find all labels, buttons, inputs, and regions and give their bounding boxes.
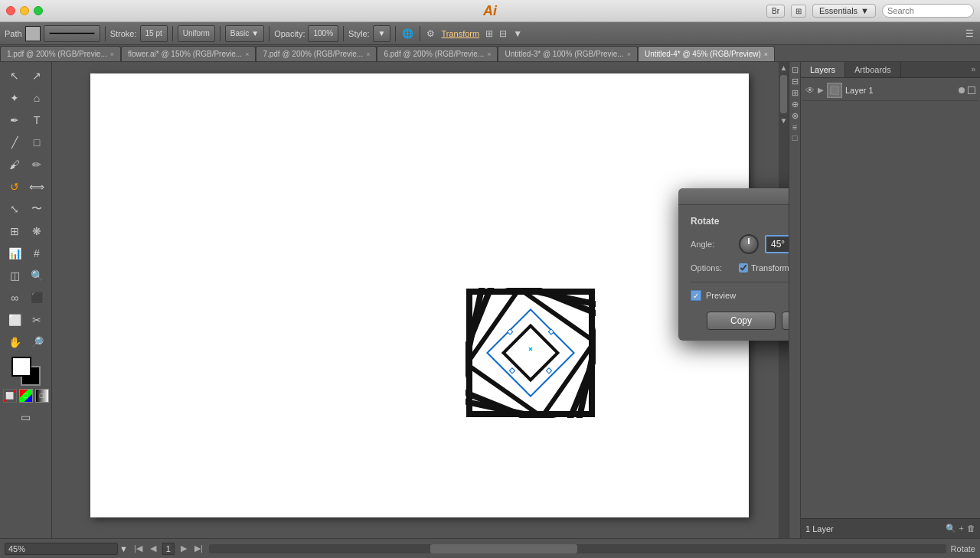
layers-delete-icon[interactable]: 🗑 xyxy=(967,524,975,534)
prev-page-btn[interactable]: ◀ xyxy=(149,543,158,553)
tab-1-close[interactable]: × xyxy=(245,51,249,58)
first-page-btn[interactable]: |◀ xyxy=(132,543,144,553)
type-tool[interactable]: T xyxy=(26,109,47,131)
layers-add-icon[interactable]: + xyxy=(959,524,964,534)
transform-objects-checkbox[interactable] xyxy=(739,263,748,272)
slice-tool[interactable]: ✂ xyxy=(26,309,47,331)
panel-icon-6[interactable]: ≡ xyxy=(792,122,797,132)
column-graph-tool[interactable]: 📊 xyxy=(4,243,25,264)
live-paint-tool[interactable]: ⬛ xyxy=(26,287,47,308)
lasso-tool[interactable]: ⌂ xyxy=(26,87,47,109)
reflect-tool[interactable]: ⟺ xyxy=(26,176,47,197)
panel-icon-2[interactable]: ⊟ xyxy=(792,77,799,86)
close-button[interactable] xyxy=(6,6,15,15)
search-input[interactable] xyxy=(882,4,974,18)
tab-4[interactable]: Untitled-3* @ 100% (RGB/Previe... × xyxy=(498,46,637,61)
scale-tool[interactable]: ⤡ xyxy=(4,198,25,220)
canvas-area[interactable]: Rotate Rotate Angle: Options: xyxy=(52,62,789,538)
blend-tool[interactable]: ∞ xyxy=(4,287,25,308)
layer-expand-icon[interactable]: ▶ xyxy=(818,86,824,94)
direct-select-tool[interactable]: ↗ xyxy=(26,65,47,86)
pencil-tool[interactable]: ✏ xyxy=(26,154,47,175)
panel-icon-5[interactable]: ⊗ xyxy=(792,111,799,121)
tab-2[interactable]: 7.pdf @ 200% (RGB/Previe... × xyxy=(256,46,377,61)
transform-button[interactable]: Transform xyxy=(439,29,481,38)
layers-search-icon[interactable]: 🔍 xyxy=(946,524,956,534)
tab-3-close[interactable]: × xyxy=(487,51,491,58)
layers-tab[interactable]: Layers xyxy=(801,62,845,77)
stroke-width[interactable]: 15 pt xyxy=(140,25,168,42)
hand-tool[interactable]: ✋ xyxy=(4,331,25,353)
screen-mode[interactable]: ▭ xyxy=(15,406,37,428)
opacity-value[interactable]: 100% xyxy=(308,25,338,42)
tab-5[interactable]: Untitled-4* @ 45% (RGB/Preview) × xyxy=(638,46,775,61)
gradient-tool[interactable]: ◫ xyxy=(4,265,25,286)
shape-tool[interactable]: □ xyxy=(26,132,47,153)
scroll-down-arrow[interactable]: ▼ xyxy=(779,115,789,126)
eyedropper-tool[interactable]: 🔍 xyxy=(26,265,47,286)
rotate-tool[interactable]: ↺ xyxy=(4,176,25,197)
angle-dial[interactable] xyxy=(739,234,759,254)
copy-button[interactable]: Copy xyxy=(707,312,776,330)
fill-color[interactable] xyxy=(25,26,41,41)
gradient-mode[interactable]: □ xyxy=(35,389,49,403)
horizontal-scrollbar[interactable] xyxy=(209,544,946,553)
angle-input[interactable] xyxy=(765,235,789,253)
fullscreen-button[interactable] xyxy=(34,6,43,15)
color-boxes[interactable] xyxy=(11,357,41,386)
last-page-btn[interactable]: ▶| xyxy=(193,543,204,553)
layers-tab-arrows[interactable]: » xyxy=(966,62,980,77)
zoom-dropdown-icon[interactable]: ▼ xyxy=(119,544,128,553)
next-page-btn[interactable]: ▶ xyxy=(179,543,188,553)
tab-1[interactable]: flower.ai* @ 150% (RGB/Previe... × xyxy=(121,46,256,61)
tab-4-close[interactable]: × xyxy=(627,51,631,58)
stroke-type[interactable]: Uniform xyxy=(178,25,215,42)
scroll-up-arrow[interactable]: ▲ xyxy=(779,62,789,73)
tab-0[interactable]: 1.pdf @ 200% (RGB/Previe... × xyxy=(0,46,121,61)
warp-tool[interactable]: 〜 xyxy=(26,198,47,220)
artboard-tool[interactable]: ⬜ xyxy=(4,309,25,331)
mesh-tool[interactable]: # xyxy=(26,243,47,264)
stroke-style[interactable]: Basic▼ xyxy=(225,25,264,42)
transform-options-icon[interactable]: ⊞ xyxy=(484,27,495,41)
tab-3[interactable]: 6.pdf @ 200% (RGB/Previe... × xyxy=(377,46,498,61)
layer-row: 👁 ▶ Layer 1 xyxy=(802,80,978,101)
layer-select-dot[interactable] xyxy=(959,87,965,93)
panel-icon-7[interactable]: □ xyxy=(792,133,798,142)
pen-tool[interactable]: ✒ xyxy=(4,109,25,131)
foreground-color[interactable] xyxy=(11,357,31,377)
scroll-thumb[interactable] xyxy=(780,75,787,113)
magic-wand-tool[interactable]: ✦ xyxy=(4,87,25,109)
more-icon[interactable]: ▼ xyxy=(511,27,524,41)
essentials-button[interactable]: Essentials ▼ xyxy=(812,4,876,18)
panel-icon-3[interactable]: ⊞ xyxy=(792,88,799,98)
line-tool[interactable]: ╱ xyxy=(4,132,25,153)
none-fill[interactable]: ⬜ xyxy=(3,389,17,403)
free-transform-tool[interactable]: ⊞ xyxy=(4,220,25,242)
bridge-button[interactable]: Br xyxy=(766,5,785,18)
layer-visibility-icon[interactable]: 👁 xyxy=(805,85,815,96)
style-value[interactable]: ▼ xyxy=(373,25,391,42)
paintbrush-tool[interactable]: 🖌 xyxy=(4,154,25,175)
preview-checkbox[interactable]: ✓ xyxy=(691,290,701,301)
panel-toggle-icon[interactable]: ☰ xyxy=(964,27,975,41)
artwork-container xyxy=(466,288,596,419)
artboards-tab[interactable]: Artboards xyxy=(845,62,901,77)
view-button[interactable]: ⊞ xyxy=(791,5,806,18)
color-mode[interactable]: □ xyxy=(19,389,33,403)
align-icon[interactable]: ⊟ xyxy=(498,27,508,41)
select-tool[interactable]: ↖ xyxy=(4,65,25,86)
symbol-tool[interactable]: ❋ xyxy=(26,220,47,242)
tab-0-close[interactable]: × xyxy=(110,51,114,58)
zoom-input[interactable] xyxy=(5,543,118,555)
web-icon[interactable]: 🌐 xyxy=(400,27,415,41)
panel-icon-1[interactable]: ⊡ xyxy=(792,65,799,75)
tab-2-close[interactable]: × xyxy=(366,51,370,58)
settings-icon[interactable]: ⚙ xyxy=(425,27,436,41)
panel-icon-4[interactable]: ⊕ xyxy=(792,100,799,109)
zoom-tool[interactable]: 🔎 xyxy=(26,331,47,353)
scrollbar-thumb[interactable] xyxy=(430,544,578,553)
tab-5-close[interactable]: × xyxy=(764,51,768,58)
cancel-button[interactable]: Cancel xyxy=(782,312,789,330)
minimize-button[interactable] xyxy=(20,6,29,15)
